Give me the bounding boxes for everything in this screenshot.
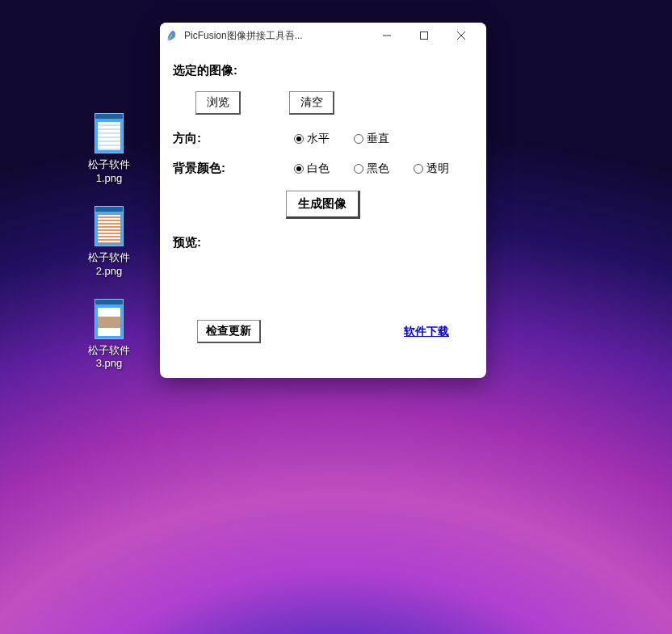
window-body: 选定的图像: 浏览 清空 方向: 水平 垂直 背景颜色: xyxy=(160,48,486,351)
radio-label: 垂直 xyxy=(367,132,389,146)
file-label: 松子软件2.png xyxy=(73,251,145,279)
file-thumbnail-icon xyxy=(94,206,124,246)
svg-rect-1 xyxy=(421,32,428,40)
radio-label: 黑色 xyxy=(367,162,389,176)
preview-label: 预览: xyxy=(173,235,473,250)
close-button[interactable] xyxy=(443,23,480,48)
radio-icon xyxy=(354,134,363,144)
desktop-icon-file[interactable]: 松子软件3.png xyxy=(73,299,145,372)
radio-label: 白色 xyxy=(307,162,330,176)
check-update-button[interactable]: 检查更新 xyxy=(197,320,261,343)
generate-button[interactable]: 生成图像 xyxy=(286,191,360,219)
titlebar[interactable]: PicFusion图像拼接工具吾... xyxy=(160,23,486,48)
download-link[interactable]: 软件下载 xyxy=(404,325,449,339)
file-thumbnail-icon xyxy=(94,113,124,153)
radio-icon xyxy=(414,164,423,174)
minimize-button[interactable] xyxy=(368,23,405,48)
clear-button[interactable]: 清空 xyxy=(289,91,334,115)
radio-label: 透明 xyxy=(426,162,449,176)
file-thumbnail-icon xyxy=(94,299,124,339)
bgcolor-radio-group: 白色 黑色 透明 xyxy=(294,162,449,176)
direction-radio-group: 水平 垂直 xyxy=(294,132,389,146)
app-feather-icon xyxy=(166,29,179,42)
preview-area xyxy=(173,263,473,304)
desktop-icon-file[interactable]: 松子软件1.png xyxy=(73,113,145,186)
radio-horizontal[interactable]: 水平 xyxy=(294,132,330,146)
maximize-icon xyxy=(420,31,428,40)
desktop-icons-area: 松子软件1.png 松子软件2.png 松子软件3.png xyxy=(73,113,145,391)
maximize-button[interactable] xyxy=(405,23,443,48)
direction-row: 方向: 水平 垂直 xyxy=(173,131,473,146)
app-window: PicFusion图像拼接工具吾... 选定的图像: 浏览 清空 方向: 水 xyxy=(160,23,486,378)
close-icon xyxy=(457,31,465,40)
selected-images-label: 选定的图像: xyxy=(173,63,473,78)
radio-icon xyxy=(294,164,304,174)
direction-label: 方向: xyxy=(173,131,294,146)
radio-icon xyxy=(354,164,363,174)
file-label: 松子软件1.png xyxy=(73,158,145,186)
footer-row: 检查更新 软件下载 xyxy=(173,320,473,343)
window-controls xyxy=(368,23,480,48)
desktop-icon-file[interactable]: 松子软件2.png xyxy=(73,206,145,279)
radio-transparent[interactable]: 透明 xyxy=(414,162,449,176)
browse-button[interactable]: 浏览 xyxy=(195,91,241,115)
radio-black[interactable]: 黑色 xyxy=(354,162,389,176)
file-buttons-row: 浏览 清空 xyxy=(173,91,473,115)
bgcolor-label: 背景颜色: xyxy=(173,161,294,176)
window-title: PicFusion图像拼接工具吾... xyxy=(184,29,368,43)
radio-label: 水平 xyxy=(307,132,330,146)
radio-vertical[interactable]: 垂直 xyxy=(354,132,389,146)
generate-row: 生成图像 xyxy=(173,191,473,219)
radio-icon xyxy=(294,134,304,144)
radio-white[interactable]: 白色 xyxy=(294,162,330,176)
bgcolor-row: 背景颜色: 白色 黑色 透明 xyxy=(173,161,473,176)
file-label: 松子软件3.png xyxy=(73,344,145,372)
minimize-icon xyxy=(383,31,391,40)
